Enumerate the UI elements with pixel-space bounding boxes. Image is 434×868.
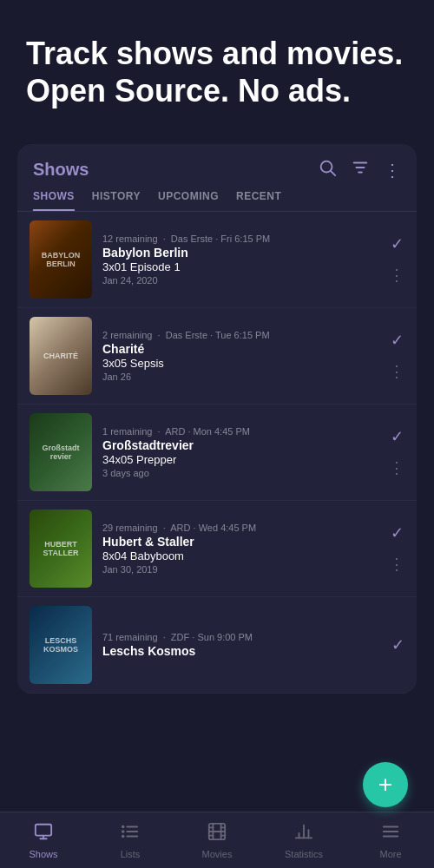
card-title: Shows	[33, 160, 89, 180]
show-poster: BABYLONBERLIN	[30, 220, 92, 299]
poster-label: Großstadtrevier	[30, 413, 92, 491]
nav-item-more[interactable]: More	[347, 822, 434, 859]
show-name: Babylon Berlin	[102, 246, 382, 260]
nav-item-statistics[interactable]: Statistics	[260, 822, 347, 859]
item-overflow-icon[interactable]: ⋮	[389, 362, 404, 381]
show-actions: ✓ ⋮	[389, 331, 404, 381]
item-overflow-icon[interactable]: ⋮	[389, 266, 404, 285]
show-poster: HUBERTSTALLER	[30, 510, 92, 588]
check-icon[interactable]: ✓	[391, 331, 404, 350]
svg-point-12	[122, 831, 124, 832]
show-meta: 71 remaining · ZDF · Sun 9:00 PM	[102, 632, 385, 642]
show-info: 12 remaining · Das Erste · Fri 6:15 PM B…	[102, 233, 382, 286]
show-poster: CHARITÉ	[30, 317, 92, 395]
show-date: 3 days ago	[102, 468, 382, 478]
overflow-menu-icon[interactable]: ⋮	[384, 160, 401, 181]
show-item[interactable]: BABYLONBERLIN 12 remaining · Das Erste ·…	[17, 212, 417, 308]
show-meta: 29 remaining · ARD · Wed 4:45 PM	[102, 523, 382, 533]
tv-icon	[34, 822, 53, 845]
nav-item-movies[interactable]: Movies	[174, 822, 260, 859]
show-info: 1 remaining · ARD · Mon 4:45 PM Großstad…	[102, 426, 382, 478]
nav-label-statistics: Statistics	[285, 849, 323, 859]
fab-add-button[interactable]: +	[363, 762, 408, 807]
movie-icon	[207, 822, 227, 845]
show-meta: 12 remaining · Das Erste · Fri 6:15 PM	[102, 233, 382, 244]
svg-line-1	[331, 172, 335, 176]
app-card: Shows ⋮ SHOWS HISTORY UPCOMING RECENT BA…	[17, 144, 417, 694]
show-info: 71 remaining · ZDF · Sun 9:00 PM Leschs …	[102, 632, 385, 659]
tab-shows[interactable]: SHOWS	[33, 190, 75, 211]
fab-plus-icon: +	[378, 771, 392, 799]
nav-item-shows[interactable]: Shows	[0, 822, 87, 859]
card-header: Shows ⋮	[17, 144, 417, 181]
nav-label-shows: Shows	[29, 849, 57, 859]
show-episode: 3x01 Episode 1	[102, 260, 382, 273]
poster-label: CHARITÉ	[30, 317, 92, 395]
tab-recent[interactable]: RECENT	[236, 190, 281, 211]
show-list: BABYLONBERLIN 12 remaining · Das Erste ·…	[17, 212, 417, 694]
check-icon[interactable]: ✓	[391, 635, 404, 654]
show-actions: ✓ ⋮	[389, 427, 404, 477]
show-poster: LESCHSKOSMOS	[30, 606, 92, 684]
list-icon	[121, 822, 140, 845]
show-item[interactable]: HUBERTSTALLER 29 remaining · ARD · Wed 4…	[17, 501, 417, 597]
nav-label-lists: Lists	[121, 849, 141, 859]
show-name: Charité	[102, 342, 382, 356]
header-icons: ⋮	[318, 158, 401, 181]
show-name: Leschs Kosmos	[102, 644, 385, 658]
check-icon[interactable]: ✓	[391, 427, 404, 446]
show-date: Jan 26	[102, 372, 382, 382]
show-item[interactable]: Großstadtrevier 1 remaining · ARD · Mon …	[17, 404, 417, 501]
nav-item-lists[interactable]: Lists	[87, 822, 174, 859]
svg-rect-5	[36, 824, 51, 835]
nav-label-more: More	[379, 849, 401, 859]
show-name: Hubert & Staller	[102, 535, 382, 549]
show-info: 29 remaining · ARD · Wed 4:45 PM Hubert …	[102, 523, 382, 575]
poster-label: LESCHSKOSMOS	[30, 606, 92, 684]
poster-label: HUBERTSTALLER	[30, 510, 92, 588]
show-date: Jan 30, 2019	[102, 564, 382, 575]
tabs-bar: SHOWS HISTORY UPCOMING RECENT	[17, 181, 417, 212]
show-actions: ✓ ⋮	[389, 523, 404, 574]
bottom-nav: Shows Lists	[0, 812, 434, 868]
tab-upcoming[interactable]: UPCOMING	[158, 190, 219, 211]
svg-point-13	[122, 835, 124, 837]
hero-section: Track shows and movies. Open Source. No …	[0, 0, 434, 135]
item-overflow-icon[interactable]: ⋮	[389, 555, 404, 574]
show-item[interactable]: LESCHSKOSMOS 71 remaining · ZDF · Sun 9:…	[17, 597, 417, 694]
show-meta: 2 remaining · Das Erste · Tue 6:15 PM	[102, 330, 382, 340]
show-actions: ✓	[391, 635, 404, 654]
show-episode: 3x05 Sepsis	[102, 357, 382, 370]
show-episode: 8x04 Babyboom	[102, 549, 382, 562]
show-meta: 1 remaining · ARD · Mon 4:45 PM	[102, 426, 382, 437]
more-dots-icon	[381, 822, 400, 845]
show-poster: Großstadtrevier	[30, 413, 92, 491]
hero-title: Track shows and movies. Open Source. No …	[26, 35, 408, 109]
svg-point-11	[122, 825, 124, 827]
poster-label: BABYLONBERLIN	[30, 220, 92, 299]
tab-history[interactable]: HISTORY	[92, 190, 141, 211]
stats-icon	[294, 822, 313, 845]
show-episode: 34x05 Prepper	[102, 453, 382, 466]
nav-label-movies: Movies	[202, 849, 233, 859]
check-icon[interactable]: ✓	[391, 523, 404, 542]
show-info: 2 remaining · Das Erste · Tue 6:15 PM Ch…	[102, 330, 382, 382]
search-icon[interactable]	[318, 158, 337, 181]
show-date: Jan 24, 2020	[102, 275, 382, 286]
check-icon[interactable]: ✓	[391, 234, 404, 253]
filter-icon[interactable]	[351, 158, 370, 181]
show-name: Großstadtrevier	[102, 438, 382, 452]
show-actions: ✓ ⋮	[389, 234, 404, 285]
show-item[interactable]: CHARITÉ 2 remaining · Das Erste · Tue 6:…	[17, 308, 417, 404]
item-overflow-icon[interactable]: ⋮	[389, 458, 404, 477]
